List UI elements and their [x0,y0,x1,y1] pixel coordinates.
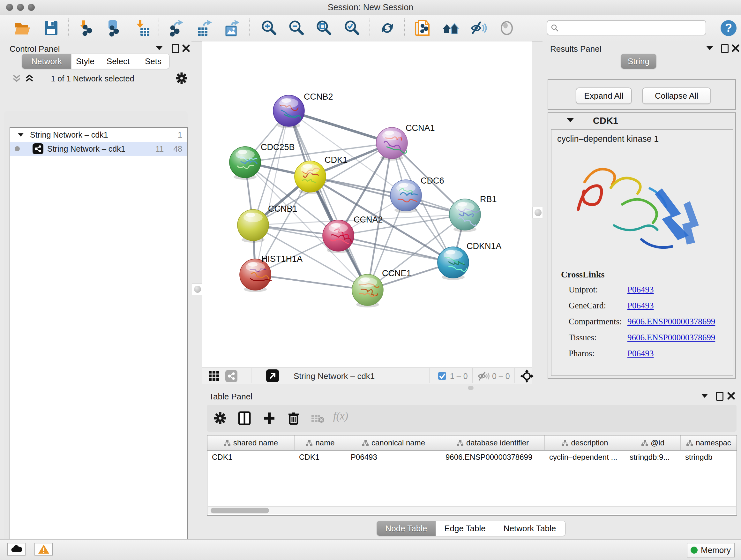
network-options-gear-icon[interactable] [176,72,188,84]
graph-node-RB1[interactable] [449,199,481,232]
table-horizontal-scrollbar[interactable] [208,506,736,514]
right-splitter-handle[interactable] [532,207,544,219]
network-node-count: 11 [155,144,164,153]
delete-column-trash-icon[interactable] [287,411,300,425]
network-canvas[interactable]: CCNB2CCNA1CDC25BCDK1CDC6RB1CCNB1CCNA2CDK… [202,42,532,367]
column-type-icon [306,440,313,446]
tab-string[interactable]: String [621,54,656,69]
column-type-icon [457,440,464,446]
tab-edge-table[interactable]: Edge Table [436,521,494,536]
node-label-HIST1H1A: HIST1H1A [261,254,302,264]
import-network-icon[interactable] [78,19,96,37]
node-label-CDKN1A: CDKN1A [467,241,502,251]
zoom-out-icon[interactable] [287,19,305,37]
toolbar-separator [249,18,250,38]
control-panel-close-icon[interactable] [182,44,190,52]
graph-node-CDKN1A[interactable] [437,247,469,280]
graph-node-CDK1[interactable] [294,161,326,194]
graph-node-CCNE1[interactable] [352,274,383,307]
scrollbar-thumb[interactable] [211,508,269,513]
crosslink-value-link[interactable]: 9606.ENSP00000378699 [627,333,715,349]
import-network-from-database-icon[interactable] [105,19,123,37]
tab-network-table[interactable]: Network Table [494,521,565,536]
control-panel-menu-icon[interactable] [156,46,163,50]
collapse-all-button[interactable]: Collapse All [642,87,711,104]
search-field[interactable] [547,20,706,36]
crosslink-value-link[interactable]: P06493 [627,285,654,301]
column-header-canonical-name[interactable]: canonical name [346,435,441,450]
zoom-fit-icon[interactable] [315,19,333,37]
zoom-in-icon[interactable] [260,19,278,37]
column-header-namespace[interactable]: namespac [681,435,737,450]
warnings-button[interactable] [35,543,53,556]
homes-icon[interactable] [442,19,460,37]
network-collection-row[interactable]: String Network – cdk1 1 [10,128,187,142]
export-network-icon[interactable] [168,19,186,37]
column-header-id[interactable]: @id [625,435,681,450]
cloud-status-button[interactable] [7,543,25,556]
fit-content-move-icon[interactable] [520,369,534,383]
hide-eye-icon[interactable] [470,19,488,37]
column-type-icon [561,440,568,446]
left-splitter-handle[interactable] [192,284,203,295]
create-column-plus-icon[interactable] [263,411,276,425]
export-image-icon[interactable] [223,19,241,37]
graph-node-CCNB1[interactable] [238,209,269,243]
table-panel-menu-icon[interactable] [701,394,708,398]
results-panel-menu-icon[interactable] [706,46,713,50]
graph-node-CDC6[interactable] [390,180,421,213]
import-table-icon[interactable] [133,19,151,37]
birdseye-grid-icon[interactable] [208,370,220,382]
search-input[interactable] [561,23,702,33]
tab-select[interactable]: Select [99,54,137,69]
tab-node-table[interactable]: Node Table [377,521,436,536]
tab-sets[interactable]: Sets [137,54,169,69]
application-window: Session: New Session [0,0,741,560]
table-options-gear-icon[interactable] [214,412,226,425]
hidden-eye-icon[interactable] [477,371,489,381]
tab-style[interactable]: Style [71,54,99,69]
zoom-selected-icon[interactable] [343,19,360,37]
export-table-icon[interactable] [195,19,213,37]
node-label-CCNA1: CCNA1 [406,123,435,133]
column-header-database-identifier[interactable]: database identifier [441,435,545,450]
save-session-icon[interactable] [42,19,60,37]
svg-text:?: ? [725,21,732,35]
results-panel-close-icon[interactable] [731,44,740,52]
open-in-window-icon[interactable] [266,369,279,382]
column-header-shared-name[interactable]: shared name [207,435,294,450]
open-session-icon[interactable] [13,19,31,37]
table-panel-float-icon[interactable] [716,392,724,401]
help-icon[interactable]: ? [720,19,738,37]
table-panel-close-icon[interactable] [727,392,735,400]
cell-name: CDK1 [294,453,346,462]
network-row-selected[interactable]: String Network – cdk1 11 48 [10,142,187,156]
toolbar-separator [369,18,370,38]
crosslink-value-link[interactable]: P06493 [627,349,654,365]
crosslink-value-link[interactable]: 9606.ENSP00000378699 [627,317,715,333]
selected-checkbox-icon[interactable] [438,372,447,380]
table-row[interactable]: CDK1 CDK1 P06493 9606.ENSP00000378699 cy… [207,451,737,463]
table-panel-title: Table Panel [209,392,253,401]
clipboard-share-icon[interactable] [414,19,431,37]
results-panel-float-icon[interactable] [721,44,729,53]
network-badge-icon[interactable] [225,370,238,382]
show-columns-icon[interactable] [238,411,251,425]
column-header-description[interactable]: description [545,435,625,450]
horizontal-splitter-handle[interactable] [468,386,474,390]
collection-expand-icon[interactable] [18,133,23,136]
refresh-icon[interactable] [379,19,396,37]
footer-separator [472,368,473,383]
column-header-name[interactable]: name [294,435,346,450]
crosslinks-title: CrossLinks [561,269,604,280]
memory-button[interactable]: Memory [687,543,735,557]
gene-collapse-icon[interactable] [567,118,574,122]
expand-all-button[interactable]: Expand All [576,87,632,104]
tab-network[interactable]: Network [22,54,71,69]
graph-node-CDC25B[interactable] [229,146,261,180]
graph-node-HIST1H1A[interactable] [240,259,271,292]
control-panel-float-icon[interactable] [172,44,179,53]
node-label-CCNB2: CCNB2 [304,92,333,102]
crosslink-value-link[interactable]: P06493 [627,301,654,317]
graph-node-CCNA1[interactable] [376,127,408,161]
